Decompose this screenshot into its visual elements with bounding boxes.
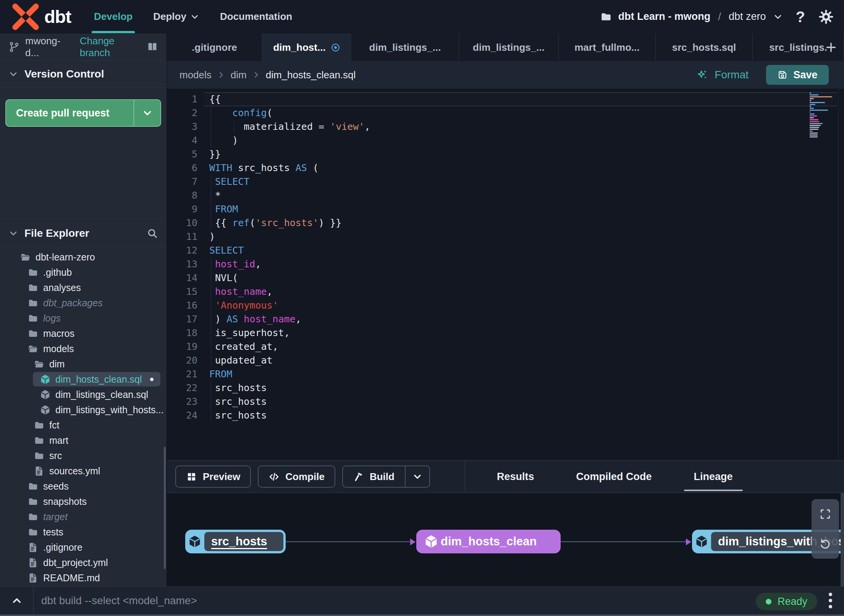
save-button[interactable]: Save — [766, 65, 829, 85]
build-button[interactable]: Build — [342, 466, 430, 488]
code-line[interactable]: 1{{ — [167, 92, 844, 106]
lineage-edge — [561, 541, 686, 542]
new-tab-button[interactable] — [821, 34, 841, 61]
code-line[interactable]: 17 ) AS host_name, — [167, 312, 844, 326]
file-tree-item[interactable]: src — [0, 448, 167, 463]
result-tab-lineage[interactable]: Lineage — [684, 461, 743, 493]
file-tree-item[interactable]: macros — [0, 326, 167, 341]
file-icon — [27, 572, 39, 584]
change-branch-link[interactable]: Change branch — [80, 35, 141, 59]
code-line[interactable]: 9 FROM — [167, 202, 844, 216]
settings-gear-icon[interactable] — [818, 9, 834, 25]
code-line[interactable]: 22 src_hosts — [167, 381, 844, 395]
build-dropdown-toggle[interactable] — [405, 466, 429, 487]
collapse-panel-button[interactable] — [0, 587, 34, 614]
file-icon — [27, 542, 39, 553]
code-line[interactable]: 19 created_at, — [167, 340, 844, 354]
file-tree-item[interactable]: target — [0, 509, 167, 524]
editor-tab[interactable]: src_hosts.sql — [656, 34, 753, 61]
compile-label: Compile — [285, 471, 325, 483]
minimap-line — [810, 117, 814, 118]
pr-dropdown-toggle[interactable] — [134, 100, 160, 126]
file-tree-item[interactable]: analyses — [0, 280, 167, 295]
help-button[interactable]: ? — [796, 9, 805, 24]
code-line[interactable]: 12SELECT — [167, 244, 844, 257]
breadcrumb-item[interactable]: dim — [231, 69, 247, 81]
code-line[interactable]: 15 host_name, — [167, 285, 844, 299]
code-line[interactable]: 20 updated_at — [167, 354, 844, 367]
fullscreen-icon[interactable] — [819, 508, 831, 520]
code-line[interactable]: 13 host_id, — [167, 257, 844, 271]
file-tree-item[interactable]: tests — [0, 524, 167, 540]
top-navbar: dbt Develop Deploy Documentation dbt Lea… — [0, 0, 844, 34]
editor-tab[interactable]: dim_host... — [262, 34, 351, 61]
refresh-icon[interactable] — [819, 538, 831, 550]
result-tab-results[interactable]: Results — [487, 461, 544, 493]
file-explorer-header[interactable]: File Explorer — [0, 220, 167, 247]
nav-item-deploy[interactable]: Deploy — [153, 0, 199, 33]
minimap[interactable] — [810, 92, 834, 138]
create-pull-request-button[interactable]: Create pull request — [5, 99, 161, 127]
version-control-header[interactable]: Version Control — [0, 60, 167, 88]
dbt-logo[interactable]: dbt — [10, 1, 71, 32]
file-tree-item[interactable]: dbt-learn-zero — [0, 249, 167, 265]
code-line[interactable]: 4 ) — [167, 134, 844, 147]
file-tree-item[interactable]: dbt_project.yml — [0, 555, 167, 570]
code-editor[interactable]: 1{{2 config(3 materialized = 'view',4 )5… — [167, 89, 844, 460]
file-tree-item[interactable]: sources.yml — [0, 463, 167, 479]
kebab-menu-button[interactable] — [823, 587, 838, 614]
code-line[interactable]: 11) — [167, 230, 844, 244]
result-tab-compiled-code[interactable]: Compiled Code — [566, 461, 662, 493]
code-line[interactable]: 10 {{ ref('src_hosts') }} — [167, 216, 844, 230]
code-line[interactable]: 8 * — [167, 189, 844, 202]
file-tree-item[interactable]: .github — [0, 265, 167, 280]
code-line[interactable]: 5}} — [167, 147, 844, 161]
line-number: 7 — [167, 175, 197, 189]
code-line[interactable]: 7 SELECT — [167, 175, 844, 189]
editor-tab[interactable]: mart_fullmo... — [559, 34, 656, 61]
file-tree-item[interactable]: logs — [0, 310, 167, 326]
docs-book-icon[interactable] — [147, 41, 158, 53]
line-number: 14 — [167, 271, 197, 285]
file-tree-item[interactable]: dim — [0, 356, 167, 372]
code-line[interactable]: 21FROM — [167, 367, 844, 381]
file-tree-item[interactable]: mart — [0, 433, 167, 448]
lineage-panel[interactable]: src_hostsdim_hosts_cleandim_listings_wit… — [167, 493, 844, 586]
nav-item-documentation[interactable]: Documentation — [220, 0, 292, 33]
code-line[interactable]: 2 config( — [167, 106, 844, 120]
preview-button[interactable]: Preview — [175, 466, 251, 488]
editor-tab[interactable]: dim_listings_... — [459, 34, 559, 61]
code-line[interactable]: 14 NVL( — [167, 271, 844, 285]
file-tree-item[interactable]: dim_hosts_clean.sql — [0, 372, 167, 387]
lineage-node-src_hosts[interactable]: src_hosts — [185, 530, 286, 553]
lineage-node-dim_hosts_clean[interactable]: dim_hosts_clean — [416, 530, 561, 553]
file-tree-item[interactable]: snapshots — [0, 494, 167, 509]
editor-tab[interactable]: dim_listings_... — [351, 34, 459, 61]
code-line[interactable]: 6WITH src_hosts AS ( — [167, 161, 844, 175]
file-tree-item[interactable]: dim_listings_with_hosts... — [0, 402, 167, 417]
compile-button[interactable]: Compile — [258, 466, 335, 488]
code-line[interactable]: 23 src_hosts — [167, 395, 844, 409]
nav-item-develop[interactable]: Develop — [94, 0, 133, 33]
command-input[interactable]: dbt build --select <model_name> — [41, 595, 197, 607]
project-switcher[interactable]: dbt Learn - mwong / dbt zero — [600, 11, 783, 23]
minimap-line — [810, 94, 818, 95]
file-tree-item[interactable]: models — [0, 341, 167, 356]
breadcrumb-item[interactable]: models — [179, 69, 212, 81]
file-tree-item[interactable]: .gitignore — [0, 540, 167, 555]
format-button[interactable]: Format — [696, 69, 749, 81]
file-tree-item[interactable]: dim_listings_clean.sql — [0, 387, 167, 402]
file-tree-item[interactable]: dbt_packages — [0, 295, 167, 310]
file-tree-item[interactable]: README.md — [0, 570, 167, 585]
code-line[interactable]: 3 materialized = 'view', — [167, 120, 844, 134]
file-tree-item[interactable]: fct — [0, 417, 167, 433]
code-text: host_name, — [209, 285, 273, 299]
search-icon[interactable] — [147, 228, 158, 239]
code-line[interactable]: 18 is_superhost, — [167, 326, 844, 340]
sidebar-scrollbar[interactable] — [164, 447, 166, 569]
editor-tab[interactable]: .gitignore — [167, 34, 262, 61]
build-label: Build — [370, 471, 395, 483]
file-tree-item[interactable]: seeds — [0, 479, 167, 494]
code-line[interactable]: 16 'Anonymous' — [167, 299, 844, 312]
code-line[interactable]: 24 src_hosts — [167, 409, 844, 422]
